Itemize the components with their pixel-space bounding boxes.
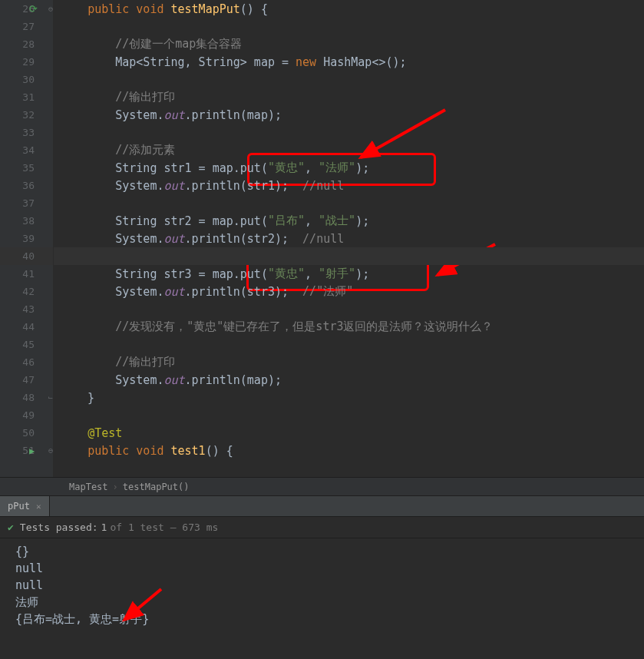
token: "黄忠" xyxy=(268,161,305,175)
breadcrumb-class[interactable]: MapTest xyxy=(69,482,108,492)
line-number[interactable]: 43 xyxy=(0,300,53,318)
token: "战士" xyxy=(319,214,355,228)
line-number[interactable]: 39 xyxy=(0,230,53,247)
fold-end-icon[interactable]: ⌙ xyxy=(48,393,53,402)
line-number[interactable]: 33 xyxy=(0,124,53,141)
code-line[interactable] xyxy=(54,336,644,353)
code-line[interactable] xyxy=(54,406,644,424)
line-number[interactable]: 27 xyxy=(0,18,53,35)
token: , xyxy=(305,267,319,281)
code-line[interactable]: //创建一个map集合容器 xyxy=(54,35,644,53)
token: String str1 = map.put( xyxy=(60,161,268,175)
token: System. xyxy=(60,285,163,299)
line-number[interactable]: 47 xyxy=(0,371,53,389)
line-number[interactable]: 34 xyxy=(0,141,53,159)
line-number[interactable]: 26⟳ xyxy=(0,0,53,18)
token: () { xyxy=(206,444,233,458)
token: , xyxy=(305,214,319,228)
token: Map<String, String> map = xyxy=(60,55,296,69)
line-number[interactable]: 36 xyxy=(0,177,53,194)
token: //输出打印 xyxy=(115,355,175,369)
token: //"法师" xyxy=(302,284,353,299)
line-number-gutter[interactable]: 26⟳2728293031323334353637383940414243444… xyxy=(0,0,54,477)
line-number[interactable]: 41 xyxy=(0,265,53,283)
token: , xyxy=(305,161,319,175)
code-editor[interactable]: 26⟳2728293031323334353637383940414243444… xyxy=(0,0,644,477)
line-number[interactable]: 51▶ xyxy=(0,442,53,459)
code-line[interactable]: System.out.println(str3); //"法师" xyxy=(54,283,644,300)
token: out xyxy=(163,108,184,122)
token: System. xyxy=(60,179,163,193)
fold-start-icon[interactable]: ⊖ xyxy=(48,5,53,13)
line-number[interactable]: 32 xyxy=(0,106,53,124)
token: String str2 = map.put( xyxy=(60,214,268,228)
token: out xyxy=(163,232,184,246)
code-line[interactable]: String str3 = map.put("黄忠", "射手"); xyxy=(54,265,644,283)
line-number[interactable]: 50 xyxy=(0,424,53,442)
run-tab[interactable]: pPut ✕ xyxy=(0,496,50,516)
token: //创建一个map集合容器 xyxy=(115,37,242,51)
token: //null xyxy=(302,232,344,246)
token xyxy=(60,426,88,440)
line-number[interactable]: 29 xyxy=(0,53,53,71)
run-icon[interactable]: ▶ xyxy=(29,445,35,456)
code-line[interactable]: Map<String, String> map = new HashMap<>(… xyxy=(54,53,644,71)
line-number[interactable]: 49 xyxy=(0,406,53,424)
code-line[interactable]: System.out.println(str2); //null xyxy=(54,230,644,247)
code-line[interactable] xyxy=(54,71,644,88)
token: HashMap<>(); xyxy=(323,55,406,69)
line-number[interactable]: 48 xyxy=(0,389,53,406)
tests-passed-detail: of 1 test – 673 ms xyxy=(110,522,218,533)
code-line[interactable] xyxy=(54,124,644,141)
code-line[interactable]: ⊖ public void testMapPut() { xyxy=(54,0,644,18)
token: //发现没有，"黄忠"键已存在了，但是str3返回的是法师？这说明什么？ xyxy=(115,320,493,334)
token: out xyxy=(163,285,184,299)
token: test1 xyxy=(171,444,206,458)
line-number[interactable]: 37 xyxy=(0,194,53,212)
line-number[interactable]: 42 xyxy=(0,283,53,300)
code-line[interactable] xyxy=(54,18,644,35)
line-number[interactable]: 40 xyxy=(0,247,53,265)
code-line[interactable] xyxy=(54,194,644,212)
line-number[interactable]: 45 xyxy=(0,336,53,353)
console-line: null xyxy=(15,577,629,594)
console-line: 法师 xyxy=(15,594,629,611)
run-test-icon[interactable]: ⟳ xyxy=(29,3,38,15)
code-content[interactable]: ⊖ public void testMapPut() { //创建一个map集合… xyxy=(54,0,644,477)
line-number[interactable]: 35 xyxy=(0,159,53,177)
console-line: {吕布=战士, 黄忠=射手} xyxy=(15,611,629,628)
fold-start-icon[interactable]: ⊖ xyxy=(48,446,53,455)
code-line[interactable]: String str2 = map.put("吕布", "战士"); xyxy=(54,212,644,230)
line-number[interactable]: 44 xyxy=(0,318,53,336)
line-number[interactable]: 38 xyxy=(0,212,53,230)
code-line[interactable]: System.out.println(str1); //null xyxy=(54,177,644,194)
code-line[interactable]: System.out.println(map); xyxy=(54,106,644,124)
tests-passed-count: 1 xyxy=(101,522,107,533)
code-line[interactable]: ⊖ public void test1() { xyxy=(54,442,644,459)
token: //添加元素 xyxy=(115,143,175,157)
line-number[interactable]: 46 xyxy=(0,353,53,371)
code-line[interactable]: //输出打印 xyxy=(54,353,644,371)
console-output[interactable]: {}nullnull法师{吕布=战士, 黄忠=射手} xyxy=(0,538,644,632)
code-line[interactable]: System.out.println(map); xyxy=(54,371,644,389)
line-number[interactable]: 28 xyxy=(0,35,53,53)
code-line[interactable]: String str1 = map.put("黄忠", "法师"); xyxy=(54,159,644,177)
token: .println(str2); xyxy=(185,232,303,246)
close-icon[interactable]: ✕ xyxy=(36,502,41,512)
breadcrumb-separator: › xyxy=(113,482,118,492)
token: new xyxy=(296,55,323,69)
line-number[interactable]: 30 xyxy=(0,71,53,88)
code-line[interactable]: //发现没有，"黄忠"键已存在了，但是str3返回的是法师？这说明什么？ xyxy=(54,318,644,336)
code-line[interactable]: //添加元素 xyxy=(54,141,644,159)
code-line[interactable] xyxy=(54,247,644,265)
tool-window-tabs[interactable]: pPut ✕ xyxy=(0,495,644,517)
code-line[interactable]: @Test xyxy=(54,424,644,442)
breadcrumb-method[interactable]: testMapPut() xyxy=(123,482,190,492)
line-number[interactable]: 31 xyxy=(0,88,53,106)
token: ); xyxy=(355,214,369,228)
code-line[interactable]: //输出打印 xyxy=(54,88,644,106)
code-line[interactable]: ⌙ } xyxy=(54,389,644,406)
token xyxy=(60,320,115,334)
code-line[interactable] xyxy=(54,300,644,318)
breadcrumb-bar[interactable]: MapTest › testMapPut() xyxy=(0,477,644,495)
